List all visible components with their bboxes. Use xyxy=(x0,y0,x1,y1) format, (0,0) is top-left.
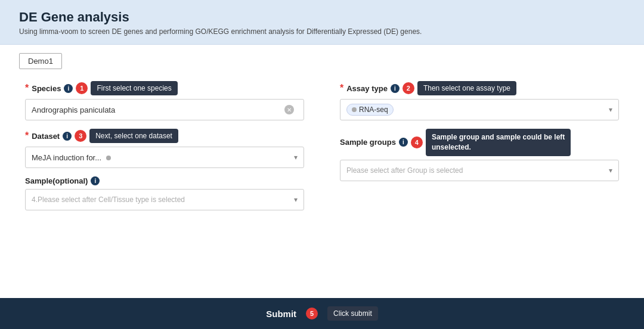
main-content: Demo1 * Species i 1 First select one spe… xyxy=(0,45,644,319)
assay-type-label: * Assay type i 2 Then select one assay t… xyxy=(340,81,619,95)
sample-groups-label: Sample groups i 4 Sample group and sampl… xyxy=(340,129,619,156)
dataset-select[interactable]: MeJA induction for... ▾ xyxy=(25,147,304,168)
dataset-label: * Dataset i 3 Next, select one dataset xyxy=(25,129,304,143)
dataset-info-icon[interactable]: i xyxy=(63,132,72,141)
page-title: DE Gene analysis xyxy=(19,10,625,25)
submit-button[interactable]: Submit xyxy=(266,309,296,319)
sample-groups-info-icon[interactable]: i xyxy=(399,138,408,147)
sample-chevron: ▾ xyxy=(294,195,298,204)
assay-type-tag: RNA-seq xyxy=(346,104,394,116)
dataset-tooltip: Next, select one dataset xyxy=(89,129,178,143)
species-info-icon[interactable]: i xyxy=(64,84,73,93)
species-tooltip: First select one species xyxy=(91,81,177,95)
page-header: DE Gene analysis Using limma-voom to scr… xyxy=(0,0,644,45)
form-area: * Species i 1 First select one species A… xyxy=(0,81,644,219)
assay-type-value: RNA-seq xyxy=(359,105,388,114)
sample-groups-label-text: Sample groups xyxy=(340,138,396,147)
assay-type-label-text: Assay type xyxy=(346,84,388,93)
sample-info-icon[interactable]: i xyxy=(91,176,100,185)
dataset-step-badge: 3 xyxy=(75,130,86,142)
assay-type-step-badge: 2 xyxy=(402,82,414,94)
sample-groups-step-badge: 4 xyxy=(411,136,423,148)
submit-tooltip: Click submit xyxy=(327,306,378,321)
assay-type-row: * Assay type i 2 Then select one assay t… xyxy=(340,81,619,120)
species-value: Andrographis paniculata xyxy=(32,105,284,114)
sample-label: Sample(optional) i xyxy=(25,176,304,185)
tab-row: Demo1 xyxy=(0,45,644,69)
dataset-required: * xyxy=(25,131,29,141)
page-subtitle: Using limma-voom to screen DE genes and … xyxy=(19,27,625,36)
sample-placeholder: 4.Please select after Cell/Tissue type i… xyxy=(32,195,294,204)
sample-groups-placeholder: Please select after Group is selected xyxy=(346,166,609,175)
sample-row: Sample(optional) i 4.Please select after… xyxy=(25,176,304,210)
dataset-chevron: ▾ xyxy=(294,153,298,162)
assay-type-select[interactable]: RNA-seq ▾ xyxy=(340,99,619,120)
species-label: * Species i 1 First select one species xyxy=(25,81,304,95)
submit-bar: Submit 5 Click submit xyxy=(0,298,644,329)
species-row: * Species i 1 First select one species A… xyxy=(25,81,304,120)
sample-label-text: Sample(optional) xyxy=(25,176,88,185)
form-grid: * Species i 1 First select one species A… xyxy=(19,81,625,219)
right-column: * Assay type i 2 Then select one assay t… xyxy=(340,81,619,219)
sample-groups-select[interactable]: Please select after Group is selected ▾ xyxy=(340,160,619,181)
assay-type-info-icon[interactable]: i xyxy=(391,84,400,93)
sample-groups-row: Sample groups i 4 Sample group and sampl… xyxy=(340,129,619,181)
sample-groups-chevron: ▾ xyxy=(609,166,612,175)
species-select[interactable]: Andrographis paniculata ✕ xyxy=(25,99,304,120)
assay-type-required: * xyxy=(340,83,343,93)
species-required: * xyxy=(25,83,29,93)
dataset-value: MeJA induction for... xyxy=(32,153,294,162)
sample-groups-tooltip: Sample group and sample could be left un… xyxy=(426,129,571,156)
species-clear-icon[interactable]: ✕ xyxy=(284,105,294,114)
left-column: * Species i 1 First select one species A… xyxy=(25,81,304,219)
tab-demo1[interactable]: Demo1 xyxy=(19,53,62,69)
sample-select[interactable]: 4.Please select after Cell/Tissue type i… xyxy=(25,189,304,210)
submit-step-badge: 5 xyxy=(306,308,318,319)
species-step-badge: 1 xyxy=(76,82,88,94)
assay-type-chevron: ▾ xyxy=(609,105,612,114)
dataset-label-text: Dataset xyxy=(32,132,60,141)
assay-type-tooltip: Then select one assay type xyxy=(417,81,516,95)
dataset-row: * Dataset i 3 Next, select one dataset M… xyxy=(25,129,304,168)
species-label-text: Species xyxy=(32,84,61,93)
